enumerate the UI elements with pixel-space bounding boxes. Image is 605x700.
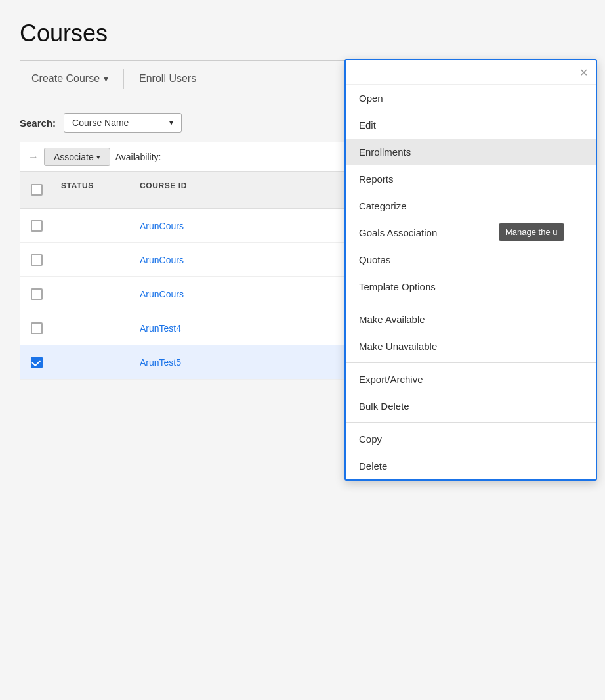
dropdown-item-categorize-label: Categorize — [359, 200, 407, 211]
dropdown-item-enrollments-label: Enrollments — [359, 146, 411, 158]
row1-checkbox-cell — [20, 213, 53, 238]
dropdown-divider-2 — [346, 362, 596, 363]
dropdown-item-open-label: Open — [359, 93, 383, 104]
dropdown-item-goals-association-label: Goals Association — [359, 227, 437, 238]
search-label: Search: — [20, 118, 56, 129]
associate-button[interactable]: Associate ▾ — [44, 148, 110, 166]
dropdown-divider-1 — [346, 303, 596, 303]
row2-checkbox-cell — [20, 248, 53, 273]
row1-status — [53, 219, 132, 232]
associate-label: Associate — [54, 152, 94, 162]
dropdown-item-bulk-delete[interactable]: Bulk Delete — [346, 393, 596, 420]
dropdown-item-export-archive[interactable]: Export/Archive — [346, 366, 596, 393]
dropdown-item-enrollments[interactable]: Enrollments — [346, 139, 596, 165]
row2-status — [53, 253, 132, 267]
search-dropdown-chevron-icon: ▾ — [169, 118, 173, 127]
create-course-button[interactable]: Create Course ▾ — [20, 68, 120, 90]
row5-checkbox-cell — [20, 350, 53, 375]
row2-checkbox[interactable] — [31, 254, 43, 266]
dropdown-search-row: ✕ — [346, 60, 596, 85]
dropdown-item-quotas-label: Quotas — [359, 254, 390, 265]
row1-checkbox[interactable] — [31, 220, 43, 232]
dropdown-item-template-options[interactable]: Template Options — [346, 273, 596, 300]
availability-label: Availability: — [115, 152, 161, 162]
dropdown-item-copy[interactable]: Copy — [346, 426, 596, 452]
row4-checkbox[interactable] — [31, 322, 43, 334]
header-checkbox-cell — [20, 177, 53, 202]
dropdown-item-export-archive-label: Export/Archive — [359, 374, 423, 385]
dropdown-item-make-unavailable[interactable]: Make Unavailable — [346, 333, 596, 360]
toolbar-separator — [123, 69, 124, 89]
dropdown-item-open[interactable]: Open — [346, 85, 596, 112]
page-container: Courses Create Course ▾ Enroll Users Sea… — [0, 0, 605, 700]
dropdown-item-template-options-label: Template Options — [359, 281, 436, 292]
dropdown-item-make-available[interactable]: Make Available — [346, 306, 596, 333]
dropdown-item-reports[interactable]: Reports — [346, 165, 596, 192]
create-course-label: Create Course — [31, 73, 100, 85]
associate-chevron-icon: ▾ — [96, 153, 100, 162]
row4-status — [53, 322, 132, 335]
dropdown-item-delete[interactable]: Delete — [346, 452, 596, 479]
dropdown-item-edit[interactable]: Edit — [346, 112, 596, 139]
dropdown-item-edit-label: Edit — [359, 120, 376, 131]
dropdown-item-make-available-label: Make Available — [359, 314, 425, 325]
row3-status — [53, 288, 132, 301]
row5-checkbox[interactable] — [31, 357, 43, 368]
row5-status — [53, 356, 132, 369]
page-title: Courses — [20, 20, 585, 47]
row4-checkbox-cell — [20, 316, 53, 341]
table-toolbar-arrow-icon: → — [28, 151, 39, 163]
dropdown-item-delete-label: Delete — [359, 460, 387, 471]
create-course-chevron-icon: ▾ — [104, 74, 108, 84]
dropdown-search-input[interactable] — [351, 64, 577, 80]
search-dropdown[interactable]: Course Name ▾ — [64, 113, 182, 133]
context-menu-dropdown: ✕ Open Edit Enrollments Reports Categori… — [344, 59, 597, 481]
dropdown-item-categorize[interactable]: Categorize — [346, 192, 596, 219]
search-dropdown-value: Course Name — [72, 118, 129, 128]
dropdown-item-make-unavailable-label: Make Unavailable — [359, 341, 437, 352]
enroll-users-label: Enroll Users — [139, 73, 196, 85]
dropdown-item-copy-label: Copy — [359, 433, 382, 445]
status-column-header: STATUS — [53, 177, 132, 202]
enroll-users-button[interactable]: Enroll Users — [127, 68, 208, 90]
row3-checkbox-cell — [20, 282, 53, 307]
dropdown-item-quotas[interactable]: Quotas — [346, 246, 596, 273]
dropdown-item-bulk-delete-label: Bulk Delete — [359, 401, 409, 412]
dropdown-divider-3 — [346, 422, 596, 423]
row3-checkbox[interactable] — [31, 288, 43, 300]
header-checkbox[interactable] — [31, 184, 43, 196]
dropdown-clear-icon[interactable]: ✕ — [577, 65, 591, 80]
dropdown-item-reports-label: Reports — [359, 173, 394, 185]
dropdown-item-goals-association[interactable]: Goals Association — [346, 219, 596, 246]
